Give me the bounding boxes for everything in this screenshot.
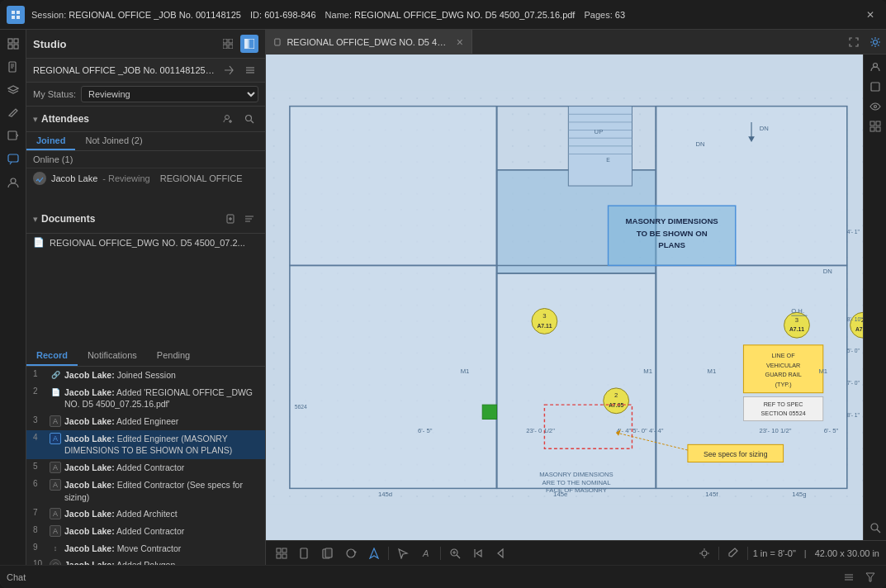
svg-text:E: E: [606, 157, 610, 163]
drawing-settings-btn[interactable]: [865, 31, 886, 53]
chat-menu-btn[interactable]: [840, 568, 858, 586]
svg-text:TO BE SHOWN ON: TO BE SHOWN ON: [637, 229, 708, 238]
scale-text: 1 in = 8'-0": [753, 548, 796, 558]
attendee-avatar: [33, 172, 46, 185]
record-item: 4 A Jacob Lake: Edited Engineer (MASONRY…: [26, 430, 265, 459]
svg-marker-140: [498, 549, 503, 557]
documents-header[interactable]: ▾ Documents: [26, 205, 265, 234]
studio-panel-btn[interactable]: [240, 35, 258, 53]
studio-label: Studio: [33, 38, 66, 50]
status-select[interactable]: Reviewing Approved Rejected In Progress: [81, 86, 258, 102]
doc-name: REGIONAL OFFICE_DWG NO. D5 4500_07.2...: [50, 238, 245, 248]
bt-sun-icon[interactable]: [695, 544, 713, 562]
chat-icon[interactable]: [2, 149, 24, 170]
documents-add-btn[interactable]: [222, 210, 240, 228]
attendees-search-btn[interactable]: [240, 110, 258, 128]
bt-zoom-in-icon[interactable]: [446, 544, 464, 562]
svg-text:LINE OF: LINE OF: [772, 352, 796, 359]
svg-line-135: [457, 555, 460, 558]
svg-point-23: [246, 116, 252, 121]
svg-rect-119: [870, 121, 874, 126]
bt-pen-icon[interactable]: [724, 544, 742, 562]
svg-text:A7.11: A7.11: [855, 326, 863, 332]
attendees-add-btn[interactable]: [219, 110, 237, 128]
tab-joined[interactable]: Joined: [26, 132, 75, 150]
bt-page2-icon[interactable]: [319, 544, 337, 562]
svg-rect-129: [301, 548, 307, 558]
session-icon[interactable]: [2, 172, 24, 193]
svg-text:REF TO SPEC: REF TO SPEC: [764, 401, 803, 408]
online-label: Online (1): [26, 151, 265, 168]
svg-text:GUARD RAIL: GUARD RAIL: [765, 371, 802, 378]
pages-icon[interactable]: [2, 56, 24, 78]
svg-rect-122: [876, 127, 880, 131]
tab-pending[interactable]: Pending: [147, 346, 200, 366]
drawing-maximize-btn[interactable]: [843, 31, 865, 53]
svg-rect-16: [249, 39, 254, 49]
grid-icon[interactable]: [2, 33, 24, 55]
session-share-btn[interactable]: [220, 62, 237, 78]
bt-text-icon[interactable]: A: [417, 544, 435, 562]
right-toolbar: [863, 55, 886, 540]
svg-text:DN: DN: [696, 140, 705, 148]
svg-rect-13: [223, 45, 227, 49]
svg-text:UP: UP: [595, 128, 604, 135]
drawing-tab-close[interactable]: ×: [457, 36, 463, 49]
studio-grid-btn[interactable]: [219, 35, 237, 53]
close-button[interactable]: ✕: [861, 6, 879, 24]
bt-first-page-icon[interactable]: [469, 544, 487, 562]
attendee-name: Jacob Lake: [51, 173, 97, 183]
attendees-header[interactable]: ▾ Attendees: [26, 107, 265, 132]
bt-home-icon[interactable]: [272, 544, 291, 562]
rt-grid-icon[interactable]: [866, 117, 884, 135]
rt-eye-icon[interactable]: [866, 97, 884, 116]
svg-rect-1: [14, 39, 18, 43]
app-container: Session: REGIONAL OFFICE _JOB No. 001148…: [0, 0, 886, 588]
svg-text:MASONRY DIMENSIONS: MASONRY DIMENSIONS: [625, 216, 718, 225]
record-item: 5 A Jacob Lake: Added Contractor: [26, 459, 265, 477]
left-sidebar: Studio REGIONAL OFFICE _JOB No. 00114812…: [26, 30, 266, 565]
attendees-title: Attendees: [41, 113, 219, 125]
chat-label: Chat: [7, 572, 26, 582]
left-icon-rail: [0, 30, 26, 565]
bottom-toolbar: A: [266, 540, 886, 565]
svg-text:4'- 4"   5'- 0"   4'- 4": 4'- 4" 5'- 0" 4'- 4": [617, 427, 664, 434]
svg-text:145d: 145d: [378, 491, 392, 498]
drawing-canvas[interactable]: UP E DN DN 3 A7.11 2: [266, 55, 863, 540]
svg-text:A7.11: A7.11: [789, 326, 804, 332]
layers-icon[interactable]: [2, 79, 24, 101]
svg-text:3: 3: [795, 316, 798, 324]
bt-cursor-icon[interactable]: [394, 544, 412, 562]
bt-nav-icon[interactable]: [365, 544, 383, 562]
tab-not-joined[interactable]: Not Joined (2): [75, 132, 152, 150]
tab-notifications[interactable]: Notifications: [78, 346, 147, 366]
svg-text:6'- 5": 6'- 5": [418, 427, 433, 434]
svg-text:8'- 10": 8'- 10": [847, 316, 863, 322]
bottom-tabs: Record Notifications Pending: [26, 346, 265, 367]
record-item: 2 📄 Jacob Lake: Added 'REGIONAL OFFICE _…: [26, 384, 265, 413]
svg-text:3: 3: [542, 312, 546, 320]
svg-text:SECTION 05524: SECTION 05524: [761, 410, 806, 417]
tab-record[interactable]: Record: [26, 346, 78, 366]
svg-rect-15: [244, 39, 248, 49]
record-item: 9 ↕ Jacob Lake: Move Contractor: [26, 540, 265, 557]
bt-sync-icon[interactable]: [342, 544, 360, 562]
drawing-tab-bar: REGIONAL OFFICE_DWG NO. D5 4500_07.25.16…: [266, 30, 886, 55]
svg-text:M1: M1: [818, 368, 827, 375]
annotate-icon[interactable]: [2, 126, 24, 147]
markup-icon[interactable]: [2, 102, 24, 124]
bt-prev-icon[interactable]: [492, 544, 510, 562]
studio-header: Studio: [26, 30, 265, 59]
rt-search-icon[interactable]: [866, 519, 884, 537]
attendee-item: Jacob Lake - Reviewing REGIONAL OFFICE: [26, 168, 265, 188]
svg-rect-2: [8, 45, 12, 49]
drawing-area: REGIONAL OFFICE_DWG NO. D5 4500_07.25.16…: [266, 30, 886, 565]
chat-filter-btn[interactable]: [861, 568, 879, 586]
svg-line-24: [251, 121, 253, 123]
rt-layers-icon[interactable]: [866, 78, 884, 96]
documents-sort-btn[interactable]: [240, 210, 258, 228]
session-more-btn[interactable]: [242, 62, 258, 78]
drawing-tab[interactable]: REGIONAL OFFICE_DWG NO. D5 4500_07.25.16…: [266, 30, 472, 54]
bt-page-icon[interactable]: [296, 544, 314, 562]
rt-user-icon[interactable]: [866, 58, 884, 76]
